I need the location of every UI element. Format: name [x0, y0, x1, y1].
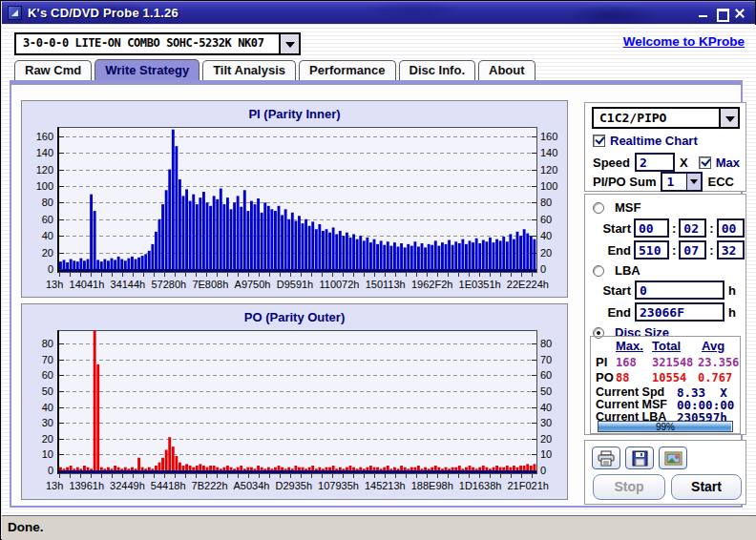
y-tick-label: 160	[540, 131, 569, 142]
y-tick-label: 20	[23, 433, 53, 445]
colon: :	[672, 221, 676, 236]
y-tick-label: 50	[23, 385, 53, 397]
export-image-icon	[664, 451, 682, 466]
msf-start-label: Start	[595, 221, 631, 236]
lba-start-input[interactable]: 0	[635, 280, 724, 300]
range-group: MSF Start 00 : 02 : 00 End 510 : 07 : 32	[584, 194, 746, 435]
x-axis-ticks	[59, 474, 536, 478]
stop-button[interactable]: Stop	[593, 474, 665, 500]
x-tick-label: 7B222h	[192, 480, 228, 491]
drive-select[interactable]: 3-0-0-0 LITE-ON COMBO SOHC-5232K NK07	[14, 32, 301, 55]
y-tick-label: 50	[540, 385, 569, 397]
x-tick-label: 107935h	[318, 480, 359, 491]
export-image-button[interactable]	[659, 447, 687, 469]
start-button[interactable]: Start	[671, 474, 742, 500]
lba-end-unit: h	[728, 305, 736, 320]
y-tick-label: 80	[540, 338, 569, 349]
y-tick-label: 80	[23, 338, 53, 349]
realtime-chart-checkbox[interactable]	[593, 135, 605, 147]
minimize-icon[interactable]	[697, 7, 711, 20]
close-icon[interactable]	[733, 7, 747, 20]
x-tick-label: 54418h	[151, 480, 186, 491]
po-plot	[57, 330, 537, 474]
y-tick-label: 0	[23, 465, 53, 476]
title-bar: K's CD/DVD Probe 1.1.26	[2, 1, 755, 24]
pipo-sum-label: PI/PO Sum	[593, 175, 656, 189]
y-tick-label: 60	[23, 214, 53, 225]
welcome-link[interactable]: Welcome to KProbe	[623, 34, 745, 49]
save-icon	[632, 450, 648, 467]
mode-select-value: C1C2/PIPO	[599, 111, 666, 125]
msf-end-sec[interactable]: 07	[679, 240, 706, 260]
tab-about[interactable]: About	[478, 60, 536, 80]
x-tick-label: 32449h	[110, 480, 145, 491]
chevron-down-icon[interactable]	[719, 109, 738, 127]
y-tick-label: 40	[540, 230, 569, 241]
x-tick-label: 1D1638h	[459, 480, 502, 491]
x-axis-labels: 13h14041h34144h57280h7E808hA9750hD9591h1…	[46, 279, 549, 290]
msf-label: MSF	[615, 200, 640, 215]
y-tick-label: 0	[540, 263, 569, 275]
msf-end-label: End	[595, 243, 631, 258]
tab-performance[interactable]: Performance	[299, 60, 395, 80]
msf-start-min[interactable]: 00	[634, 218, 669, 238]
x-tick-label: D9591h	[277, 279, 314, 290]
y-tick-label: 60	[23, 369, 53, 381]
chevron-down-icon[interactable]	[686, 174, 701, 190]
msf-end-min[interactable]: 510	[634, 240, 669, 260]
stats-header-max: Max.	[616, 339, 643, 353]
x-tick-label: 13h	[46, 480, 63, 491]
y-tick-label: 0	[23, 263, 53, 275]
max-speed-checkbox[interactable]	[699, 156, 711, 169]
y-tick-label: 0	[540, 465, 569, 476]
y-tick-label: 160	[23, 131, 53, 142]
x-tick-label: 13961h	[69, 480, 104, 491]
y-tick-label: 40	[540, 402, 569, 413]
pipo-sum-select[interactable]: 1	[661, 172, 703, 192]
po-chart-panel: PO (Parity Outer) 0010102020303040405050…	[21, 303, 568, 500]
window-title: K's CD/DVD Probe 1.1.26	[28, 6, 178, 20]
tab-disc-info[interactable]: Disc Info.	[399, 60, 476, 80]
lba-start-label: Start	[595, 283, 631, 298]
save-button[interactable]	[625, 447, 654, 469]
y-tick-label: 40	[23, 230, 53, 241]
print-button[interactable]	[592, 447, 620, 469]
speed-label: Speed	[593, 156, 630, 170]
pi-chart-title: PI (Parity Inner)	[22, 107, 567, 121]
colon: :	[709, 221, 713, 236]
po-avg: 0.767	[698, 371, 732, 384]
y-tick-label: 20	[540, 247, 569, 259]
y-tick-label: 140	[540, 147, 569, 158]
pi-chart-panel: PI (Parity Inner) 0020204040606080801001…	[21, 100, 568, 298]
lba-label: LBA	[615, 263, 640, 278]
y-tick-label: 120	[23, 164, 53, 176]
chevron-down-icon[interactable]	[279, 34, 299, 53]
pi-avg: 23.356	[698, 356, 739, 369]
y-tick-label: 10	[540, 448, 569, 460]
mode-group: C1C2/PIPO Realtime Chart Speed 2 X Max P…	[584, 102, 746, 192]
speed-unit: X	[680, 156, 688, 170]
lba-radio[interactable]	[593, 265, 604, 277]
y-tick-label: 120	[540, 164, 569, 176]
tab-tilt-analysis[interactable]: Tilt Analysis	[202, 60, 296, 80]
speed-input[interactable]: 2	[635, 153, 675, 172]
lba-end-label: End	[595, 305, 631, 320]
y-tick-label: 10	[23, 448, 53, 460]
app-window: K's CD/DVD Probe 1.1.26 3-0-0-0 LITE-ON …	[0, 0, 756, 540]
maximize-icon[interactable]	[715, 7, 729, 20]
msf-end-frame[interactable]: 32	[717, 240, 745, 260]
msf-start-frame[interactable]: 00	[717, 218, 745, 238]
y-tick-label: 60	[540, 214, 569, 225]
x-tick-label: 150113h	[366, 279, 406, 290]
y-tick-label: 80	[23, 197, 53, 208]
lba-end-input[interactable]: 23066F	[635, 302, 724, 322]
x-tick-label: 7E808h	[192, 279, 228, 290]
pi-plot	[57, 127, 537, 273]
msf-start-sec[interactable]: 02	[679, 218, 706, 238]
tab-raw-cmd[interactable]: Raw Cmd	[14, 60, 92, 80]
po-row-label: PO	[596, 370, 614, 384]
mode-select[interactable]: C1C2/PIPO	[592, 107, 740, 129]
pi-max: 168	[616, 356, 637, 369]
tab-write-strategy[interactable]: Write Strategy	[94, 59, 200, 80]
msf-radio[interactable]	[593, 202, 604, 214]
